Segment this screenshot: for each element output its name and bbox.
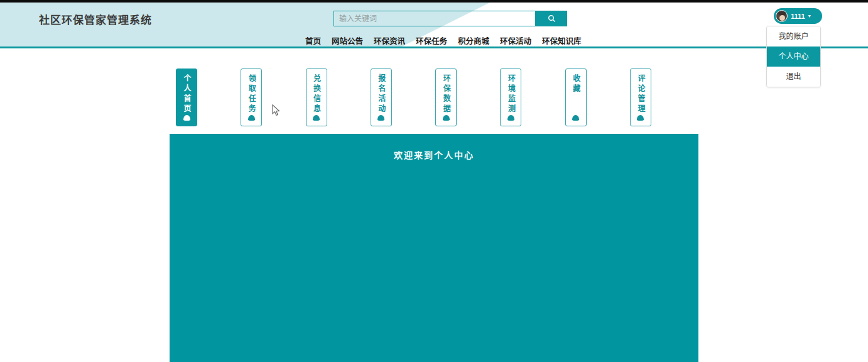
card-label: 环境监测: [507, 74, 514, 114]
menu-item-personal-center[interactable]: 个人中心: [767, 47, 820, 67]
header: 社区环保管家管理系统 首页 网站公告 环保资讯 环保任务 积分商城 环保活动 环…: [0, 3, 868, 48]
user-menu-button[interactable]: 1111 ▾: [774, 8, 822, 24]
nav-item-home[interactable]: 首页: [305, 35, 321, 47]
card-label: 环保数据: [442, 74, 450, 114]
hand-icon: [377, 115, 384, 121]
search-bar: [334, 11, 567, 26]
nav-item-eco-news[interactable]: 环保资讯: [374, 35, 405, 47]
user-dropdown-menu: 我的账户 个人中心 退出: [766, 26, 821, 87]
hand-icon: [183, 115, 190, 121]
card-claim-tasks[interactable]: 领取任务: [241, 69, 262, 126]
card-exchange-info[interactable]: 兑换信息: [306, 69, 327, 126]
card-comment-management[interactable]: 评论管理: [630, 69, 651, 126]
menu-item-my-account[interactable]: 我的账户: [767, 26, 820, 47]
nav-item-eco-activities[interactable]: 环保活动: [500, 35, 531, 47]
hand-icon: [507, 115, 514, 121]
search-icon: [548, 14, 556, 23]
welcome-panel: 欢迎来到个人中心: [170, 134, 698, 362]
card-label: 兑换信息: [313, 74, 320, 114]
card-label: 收藏: [572, 74, 580, 94]
search-input[interactable]: [334, 11, 536, 26]
main-nav: 首页 网站公告 环保资讯 环保任务 积分商城 环保活动 环保知识库: [305, 33, 582, 48]
card-label: 个人首页: [183, 74, 190, 114]
header-divider-line: [0, 47, 868, 48]
hand-icon: [313, 115, 320, 121]
site-title: 社区环保管家管理系统: [39, 11, 152, 27]
personal-center-quick-nav: 个人首页 领取任务 兑换信息 报名活动 环保数据 环境监测 收藏 评论管理: [176, 69, 651, 126]
card-signup-activities[interactable]: 报名活动: [371, 69, 392, 126]
page: 社区环保管家管理系统 首页 网站公告 环保资讯 环保任务 积分商城 环保活动 环…: [0, 0, 868, 362]
card-label: 评论管理: [637, 74, 644, 114]
mouse-cursor-icon: [272, 104, 281, 119]
card-eco-data[interactable]: 环保数据: [435, 69, 457, 126]
card-env-monitoring[interactable]: 环境监测: [500, 69, 521, 126]
menu-item-logout[interactable]: 退出: [767, 67, 820, 87]
nav-item-eco-knowledge[interactable]: 环保知识库: [542, 35, 582, 47]
search-button[interactable]: [536, 11, 567, 26]
nav-item-announcements[interactable]: 网站公告: [332, 35, 363, 47]
card-label: 报名活动: [377, 74, 385, 114]
hand-icon: [248, 115, 255, 121]
card-label: 领取任务: [247, 74, 255, 114]
welcome-message: 欢迎来到个人中心: [170, 148, 698, 161]
hand-icon: [572, 115, 579, 121]
card-personal-home[interactable]: 个人首页: [176, 69, 197, 126]
hand-icon: [637, 115, 644, 121]
user-avatar: [776, 10, 788, 22]
nav-item-eco-tasks[interactable]: 环保任务: [416, 35, 447, 47]
user-name: 1111: [791, 13, 805, 20]
nav-item-points-mall[interactable]: 积分商城: [458, 35, 489, 47]
caret-down-icon: ▾: [808, 14, 811, 19]
hand-icon: [443, 115, 450, 121]
card-favorites[interactable]: 收藏: [565, 69, 587, 126]
